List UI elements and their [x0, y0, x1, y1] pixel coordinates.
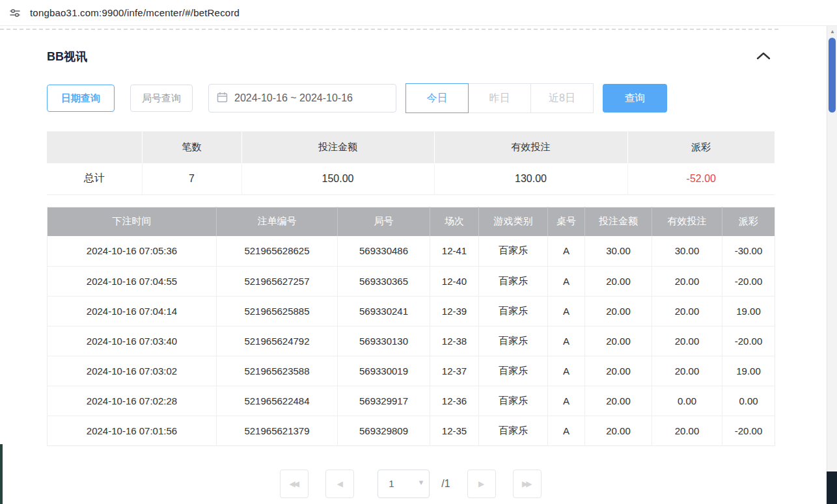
- cell-table: A: [548, 326, 585, 356]
- first-page-button[interactable]: ◀◀: [280, 470, 309, 498]
- cell-order: 521965623588: [217, 356, 338, 386]
- address-bar: tongbao31.com:9900/infe/mcenter/#/betRec…: [0, 0, 837, 26]
- page-background-corner: [827, 471, 837, 504]
- scrollbar-thumb[interactable]: [829, 38, 836, 113]
- table-row: 2024-10-16 07:01:56 521965621379 5693298…: [48, 416, 775, 445]
- cell-round: 569330486: [338, 236, 430, 266]
- cell-valid: 0.00: [652, 386, 722, 416]
- next-page-button[interactable]: ▶: [467, 470, 496, 498]
- cell-payout: -20.00: [722, 266, 775, 296]
- table-header-row: 下注时间 注单编号 局号 场次 游戏类别 桌号 投注金额 有效投注 派彩: [48, 207, 775, 236]
- cell-time: 2024-10-16 07:04:55: [48, 266, 217, 296]
- cell-time: 2024-10-16 07:05:36: [48, 236, 217, 266]
- date-range-picker[interactable]: 2024-10-16 ~ 2024-10-16: [208, 84, 396, 113]
- double-right-arrow-icon: ▶▶: [522, 479, 530, 488]
- cell-session: 12-40: [430, 266, 479, 296]
- recent-8-days-button[interactable]: 近8日: [530, 83, 594, 113]
- pagination: ◀◀ ◀ 1 ▾ /1 ▶ ▶▶: [47, 470, 775, 498]
- scroll-up-button[interactable]: ▲: [827, 26, 837, 37]
- cell-game: 百家乐: [479, 236, 548, 266]
- cell-session: 12-39: [430, 296, 479, 326]
- bet-amount-link[interactable]: 20.00: [585, 266, 652, 296]
- cell-payout: 0.00: [722, 386, 775, 416]
- summary-payout: -52.00: [627, 163, 775, 194]
- date-range-value: 2024-10-16 ~ 2024-10-16: [234, 92, 353, 104]
- cell-round: 569330241: [338, 296, 430, 326]
- bet-amount-link[interactable]: 20.00: [585, 356, 652, 386]
- cell-payout: -30.00: [722, 236, 775, 266]
- cell-round: 569330365: [338, 266, 430, 296]
- left-arrow-icon: ◀: [337, 479, 343, 488]
- cell-order: 521965624792: [217, 326, 338, 356]
- cell-game: 百家乐: [479, 266, 548, 296]
- summary-valid: 130.00: [434, 163, 627, 194]
- double-left-arrow-icon: ◀◀: [290, 479, 297, 488]
- cell-payout: -20.00: [722, 416, 775, 445]
- bet-amount-link[interactable]: 20.00: [585, 416, 652, 445]
- column-header: 局号: [338, 207, 430, 236]
- summary-header-empty: [47, 131, 142, 163]
- last-page-button[interactable]: ▶▶: [513, 470, 542, 498]
- page-title: BB视讯: [47, 49, 87, 64]
- cell-session: 12-36: [430, 386, 479, 416]
- cell-valid: 20.00: [652, 266, 722, 296]
- column-header: 桌号: [548, 207, 585, 236]
- summary-header-valid: 有效投注: [434, 131, 627, 163]
- cell-round: 569330019: [338, 356, 430, 386]
- cell-valid: 30.00: [652, 236, 722, 266]
- today-button[interactable]: 今日: [405, 83, 469, 113]
- column-header: 派彩: [722, 207, 775, 236]
- prev-page-button[interactable]: ◀: [325, 470, 354, 498]
- cell-table: A: [548, 296, 585, 326]
- cell-valid: 20.00: [652, 416, 722, 445]
- cell-round: 569329917: [338, 386, 430, 416]
- yesterday-button[interactable]: 昨日: [468, 83, 531, 113]
- bet-amount-link[interactable]: 20.00: [585, 296, 652, 326]
- cell-order: 521965625885: [217, 296, 338, 326]
- scrollbar[interactable]: ▲: [827, 26, 837, 504]
- calendar-icon: [217, 92, 228, 105]
- date-query-button[interactable]: 日期查询: [47, 85, 115, 112]
- cell-time: 2024-10-16 07:03:40: [48, 326, 217, 356]
- column-header: 投注金额: [585, 207, 652, 236]
- bet-amount-link[interactable]: 20.00: [585, 326, 652, 356]
- search-button[interactable]: 查询: [603, 84, 667, 113]
- table-row: 2024-10-16 07:02:28 521965622484 5693299…: [48, 386, 775, 416]
- cell-table: A: [548, 356, 585, 386]
- url-text[interactable]: tongbao31.com:9900/infe/mcenter/#/betRec…: [30, 7, 240, 18]
- page-select[interactable]: 1: [377, 470, 430, 498]
- cell-game: 百家乐: [479, 326, 548, 356]
- cell-table: A: [548, 386, 585, 416]
- cell-payout: 19.00: [722, 296, 775, 326]
- summary-header-payout: 派彩: [627, 131, 775, 163]
- column-header: 下注时间: [48, 207, 217, 236]
- bet-amount-link[interactable]: 20.00: [585, 386, 652, 416]
- cell-order: 521965628625: [217, 236, 338, 266]
- summary-row: 总计 7 150.00 130.00 -52.00: [47, 163, 775, 194]
- cell-order: 521965627257: [217, 266, 338, 296]
- page-background-edge: [0, 444, 3, 504]
- cell-table: A: [548, 266, 585, 296]
- page-select-wrap: 1 ▾: [377, 470, 430, 498]
- site-settings-icon[interactable]: [8, 7, 21, 20]
- round-query-button[interactable]: 局号查询: [130, 85, 193, 112]
- cell-round: 569330130: [338, 326, 430, 356]
- cell-valid: 20.00: [652, 356, 722, 386]
- dashed-divider: [0, 29, 778, 30]
- cell-session: 12-37: [430, 356, 479, 386]
- bet-amount-link[interactable]: 30.00: [585, 236, 652, 266]
- column-header: 游戏类别: [479, 207, 548, 236]
- cell-time: 2024-10-16 07:02:28: [48, 386, 217, 416]
- cell-session: 12-38: [430, 326, 479, 356]
- collapse-icon[interactable]: [752, 48, 775, 65]
- column-header: 场次: [430, 207, 479, 236]
- summary-header-count: 笔数: [142, 131, 241, 163]
- bet-record-panel: BB视讯 日期查询 局号查询 2024-10-16 ~ 2024-10-16 今…: [0, 48, 837, 498]
- summary-count: 7: [142, 163, 241, 194]
- cell-session: 12-35: [430, 416, 479, 445]
- cell-payout: -20.00: [722, 326, 775, 356]
- cell-session: 12-41: [430, 236, 479, 266]
- cell-order: 521965622484: [217, 386, 338, 416]
- cell-table: A: [548, 416, 585, 445]
- table-row: 2024-10-16 07:03:40 521965624792 5693301…: [48, 326, 775, 356]
